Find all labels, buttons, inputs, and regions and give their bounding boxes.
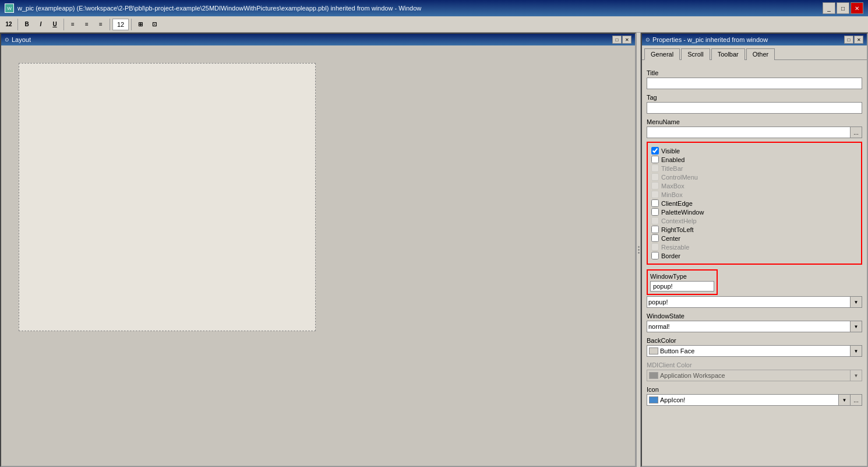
title-field-label: Title [647, 69, 862, 76]
align-left-button[interactable]: ≡ [66, 18, 79, 31]
windowtype-dropdown-container: popup! child! main! mdi! ▼ [647, 296, 862, 308]
enabled-checkbox-row: Enabled [651, 155, 858, 164]
design-canvas[interactable] [19, 63, 316, 331]
main-container: ⊙ Layout □ ✕ ⊙ Properties - w_pic inheri… [0, 33, 868, 467]
toolbar-sep-4 [131, 19, 132, 30]
backcolor-label: BackColor [647, 337, 862, 344]
toolbar-btn-1[interactable]: 12 [2, 18, 15, 31]
minimize-button[interactable]: _ [823, 2, 835, 14]
minbox-checkbox-row: MinBox [651, 190, 858, 199]
tab-general[interactable]: General [644, 48, 680, 60]
titlebar-checkbox[interactable] [651, 164, 659, 172]
clientedge-checkbox-row: ClientEdge [651, 199, 858, 208]
mdiclientcolor-swatch [649, 372, 658, 379]
windowtype-dropdown[interactable]: popup! child! main! mdi! [647, 296, 851, 308]
windowtype-dropdown-arrow[interactable]: ▼ [851, 296, 862, 308]
windowstate-dropdown-arrow[interactable]: ▼ [851, 321, 862, 332]
palettewindow-checkbox-row: PaletteWindow [651, 208, 858, 216]
splitter-dot-2 [638, 249, 640, 251]
mdiclientcolor-value: Application Workspace [647, 370, 851, 381]
controlmenu-checkbox[interactable] [651, 173, 659, 181]
layout-close-button[interactable]: ✕ [622, 36, 631, 44]
mdiclientcolor-text: Application Workspace [660, 372, 725, 379]
maximize-button[interactable]: □ [837, 2, 849, 14]
underline-button[interactable]: U [48, 18, 61, 31]
backcolor-dropdown-arrow[interactable]: ▼ [851, 345, 862, 357]
title-bar-buttons: _ □ ✕ [823, 2, 863, 14]
close-button[interactable]: ✕ [851, 2, 863, 14]
border-checkbox-row: Border [651, 251, 858, 260]
menuname-field-label: MenuName [647, 118, 862, 125]
enabled-label: Enabled [661, 156, 684, 163]
grid2-button[interactable]: ⊡ [148, 18, 161, 31]
resizable-checkbox[interactable] [651, 243, 659, 251]
mdiclientcolor-label: MDIClient Color [647, 361, 862, 368]
form-body: Title Tag MenuName ... Visible [642, 60, 867, 410]
icon-dropdown-arrow[interactable]: ▼ [839, 394, 851, 406]
resizable-label: Resizable [661, 244, 689, 251]
center-checkbox[interactable] [651, 234, 659, 242]
windowstate-label: WindowState [647, 312, 862, 319]
mdiclientcolor-container: Application Workspace ▼ [647, 370, 862, 381]
enabled-checkbox[interactable] [651, 156, 659, 163]
titlebar-label: TitleBar [661, 165, 683, 172]
icon-text: AppIcon! [660, 396, 685, 403]
checkboxes-section: Visible Enabled TitleBar ControlMenu [647, 142, 862, 265]
visible-checkbox-row: Visible [651, 146, 858, 155]
layout-minimize-button[interactable]: □ [612, 36, 622, 44]
tab-scroll[interactable]: Scroll [681, 48, 710, 60]
maxbox-checkbox[interactable] [651, 182, 659, 189]
font-size-input[interactable]: 12 [112, 19, 129, 30]
title-bar: W w_pic (exampleapp) (E:\workspace\2-PB\… [0, 0, 868, 16]
layout-panel-title: Layout [12, 36, 31, 43]
controlmenu-label: ControlMenu [661, 174, 698, 181]
righttoleft-checkbox[interactable] [651, 226, 659, 233]
windowstate-dropdown[interactable]: normal! maximized! minimized! [647, 321, 851, 332]
backcolor-text: Button Face [660, 347, 694, 354]
properties-minimize-button[interactable]: □ [844, 36, 853, 44]
align-center-button[interactable]: ≡ [80, 18, 93, 31]
icon-label: Icon [647, 386, 862, 393]
italic-button[interactable]: I [34, 18, 47, 31]
border-checkbox[interactable] [651, 252, 659, 259]
tab-toolbar[interactable]: Toolbar [711, 48, 745, 60]
minbox-checkbox[interactable] [651, 191, 659, 198]
layout-panel-titlebar: ⊙ Layout □ ✕ [1, 34, 635, 45]
title-input[interactable] [647, 78, 862, 89]
icon-container: AppIcon! ▼ ... [647, 394, 862, 406]
contexthelp-label: ContextHelp [661, 217, 697, 224]
tab-other[interactable]: Other [746, 48, 775, 60]
toolbar-sep-1 [17, 19, 18, 30]
properties-panel: ⊙ Properties - w_pic inherited from wind… [641, 33, 868, 467]
menuname-input[interactable] [647, 127, 851, 138]
icon-value: AppIcon! [647, 394, 839, 406]
center-label: Center [661, 235, 680, 242]
maxbox-checkbox-row: MaxBox [651, 181, 858, 190]
align-right-button[interactable]: ≡ [94, 18, 107, 31]
clientedge-checkbox[interactable] [651, 199, 659, 207]
properties-content: Title Tag MenuName ... Visible [642, 60, 867, 466]
tag-input[interactable] [647, 102, 862, 114]
menuname-field-container: ... [647, 127, 862, 138]
visible-label: Visible [661, 148, 680, 155]
windowtype-value: popup! [650, 281, 714, 292]
visible-checkbox[interactable] [651, 147, 659, 155]
contexthelp-checkbox[interactable] [651, 217, 659, 224]
center-checkbox-row: Center [651, 234, 858, 243]
splitter-dot-3 [638, 252, 640, 254]
windowtype-section: WindowType popup! [647, 269, 718, 295]
properties-close-button[interactable]: ✕ [854, 36, 863, 44]
grid-button[interactable]: ⊞ [134, 18, 147, 31]
toolbar-sep-3 [110, 19, 110, 30]
properties-icon: ⊙ [645, 37, 650, 43]
bold-button[interactable]: B [20, 18, 33, 31]
icon-browse-button[interactable]: ... [851, 394, 862, 406]
properties-panel-title-buttons: □ ✕ [844, 36, 863, 44]
menuname-browse-button[interactable]: ... [851, 127, 862, 138]
windowtype-label: WindowType [650, 273, 714, 280]
splitter[interactable] [636, 33, 641, 467]
palettewindow-checkbox[interactable] [651, 208, 659, 216]
splitter-dots [638, 246, 640, 254]
properties-titlebar: ⊙ Properties - w_pic inherited from wind… [642, 34, 867, 45]
backcolor-value: Button Face [647, 345, 851, 357]
